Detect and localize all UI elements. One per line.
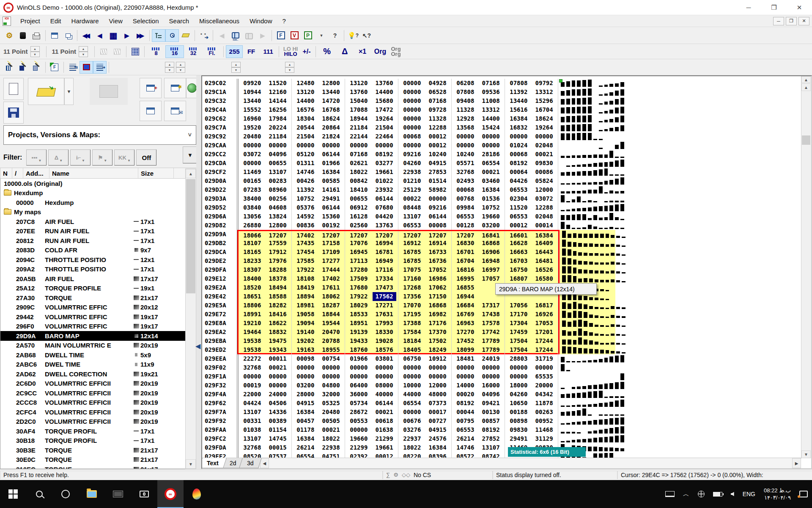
hex-cell[interactable]: 28000 (294, 390, 317, 399)
hex-cell[interactable]: 16830 (453, 239, 477, 248)
hex-cell[interactable]: 08960 (266, 185, 290, 194)
hex-cell[interactable]: 26214 (453, 434, 477, 443)
hex-cell[interactable]: 11468 (532, 425, 556, 434)
spin-down-icon[interactable]: ▼ (285, 67, 294, 73)
hex-cell[interactable]: 00021 (479, 168, 503, 177)
hex-cell[interactable]: 04426 (507, 177, 530, 185)
hex-cell[interactable]: 06208 (453, 79, 477, 88)
hex-cell[interactable]: 00000 (266, 141, 290, 150)
hex-cell[interactable]: 02048 (532, 212, 556, 221)
hex-cell[interactable]: 06554 (400, 399, 424, 408)
hex-cell[interactable]: 18029 (347, 301, 370, 310)
hex-cell[interactable]: 17356 (400, 292, 424, 301)
hex-cell[interactable]: 18249 (426, 345, 450, 354)
hex-cell[interactable]: 09421 (479, 399, 503, 408)
new-project-button[interactable] (3, 78, 24, 100)
hex-cell[interactable]: 13107 (240, 434, 264, 443)
hex-cell[interactable]: 24576 (426, 434, 450, 443)
info-filter-button[interactable]: i⌐▼ (70, 149, 91, 166)
table-row[interactable]: 29D9ABARO MAP12x14 (0, 331, 186, 341)
hex-cell[interactable]: 02560 (347, 221, 370, 230)
hex-cell[interactable]: 16868 (479, 239, 503, 248)
hex-cell[interactable]: 10752 (294, 194, 317, 203)
hex-cell[interactable]: 00000 (507, 132, 530, 141)
hex-cell[interactable]: 17317 (479, 301, 503, 310)
hex-cell[interactable]: 16868 (426, 301, 450, 310)
hex-cell[interactable]: 18378 (266, 274, 290, 283)
table-row[interactable]: 2094CTHROTTLE POSITIO12x1 (0, 255, 186, 265)
hex-cell[interactable]: 16733 (426, 248, 450, 257)
hex-cell[interactable]: 06553 (453, 425, 477, 434)
hex-cell[interactable]: 16914 (426, 239, 450, 248)
hex-cell[interactable]: 09408 (453, 97, 477, 105)
vscroll-split-handle[interactable]: ▲ (801, 76, 811, 83)
battery-button[interactable] (709, 492, 727, 497)
hex-cell[interactable]: 18955 (319, 345, 343, 354)
delta-filter-button[interactable]: Δ▼ (48, 149, 69, 166)
percent-button[interactable]: % (318, 45, 336, 58)
format-ff-button[interactable]: FF (243, 45, 260, 58)
hex-cell[interactable]: 00331 (240, 417, 264, 425)
vscroll-up-icon[interactable]: ▲ (801, 83, 811, 91)
hex-cell[interactable]: 00000 (479, 132, 503, 141)
hex-cell[interactable]: 13120 (347, 79, 370, 88)
hex-cell[interactable]: 14746 (453, 443, 477, 452)
taskbar-keyboard-app-button[interactable] (105, 480, 131, 508)
hex-cell[interactable]: 09792 (532, 79, 556, 88)
hex-cell[interactable]: 17271 (373, 301, 396, 310)
hex-cell[interactable]: 17444 (319, 265, 343, 274)
hex-cell[interactable]: 06144 (319, 150, 343, 159)
zoom-search-button[interactable] (165, 29, 179, 42)
hex-cell[interactable]: 19163 (294, 345, 317, 354)
hex-cell[interactable]: 15360 (319, 212, 343, 221)
hex-cell[interactable]: 00000 (319, 141, 343, 150)
hex-cell[interactable]: 00000 (294, 141, 317, 150)
hex-cell[interactable]: 22938 (319, 443, 343, 452)
hex-cell[interactable]: 21299 (373, 434, 396, 443)
hex-cell[interactable]: 19538 (240, 337, 264, 345)
hex-cell[interactable]: 22938 (400, 168, 424, 177)
taskbar-camera-button[interactable] (131, 480, 157, 508)
hex-cell[interactable]: 17680 (347, 283, 370, 292)
hex-cell[interactable]: 00842 (347, 177, 370, 185)
hex-cell[interactable]: 17559 (266, 239, 290, 248)
hex-cell[interactable]: 10240 (453, 150, 477, 159)
hex-cell[interactable]: 18894 (294, 292, 317, 301)
hex-cell[interactable]: 16443 (532, 248, 556, 257)
hex-cell[interactable]: 23932 (373, 185, 396, 194)
menu-item-edit[interactable]: Edit (45, 16, 66, 26)
hex-cell[interactable]: 14161 (319, 185, 343, 194)
frame-P-button[interactable]: P (301, 29, 315, 42)
hex-cell[interactable]: 04096 (479, 390, 503, 399)
font-size-spinner-2-stepper[interactable]: ▲▼ (79, 46, 88, 57)
hex-cell[interactable]: 17502 (426, 337, 450, 345)
hex-cell[interactable]: 17056 (507, 301, 530, 310)
table-row[interactable]: 2083DCOLD AFR9x7 (0, 246, 186, 255)
hex-cell[interactable]: 18022 (400, 443, 424, 452)
hex-cell[interactable]: 04608 (266, 203, 290, 212)
hex-cell[interactable]: 00000 (453, 141, 477, 150)
mdi-minimize-button[interactable]: ─ (773, 17, 784, 25)
hex-cell[interactable]: 09216 (400, 150, 424, 159)
hex-cell[interactable]: 13120 (294, 88, 317, 97)
hex-cell[interactable]: 00021 (266, 363, 290, 372)
scroll-up-icon[interactable]: ▲ (186, 169, 196, 178)
binoculars-ioi-button[interactable]: IOIl.. (229, 29, 242, 42)
hex-cell[interactable]: 16926 (532, 310, 556, 319)
hex-cell[interactable]: 13824 (266, 212, 290, 221)
hex-cell[interactable]: 16384 (507, 114, 530, 123)
hex-cell[interactable]: 13440 (319, 88, 343, 97)
hex-cell[interactable]: 20544 (294, 123, 317, 132)
spin-up-icon[interactable]: ▲ (165, 62, 174, 67)
hex-cell[interactable]: 00000 (400, 88, 424, 97)
hex-cell[interactable]: 12800 (266, 221, 290, 230)
hex-cell[interactable]: 06553 (453, 212, 477, 221)
hex-cell[interactable]: 00068 (400, 132, 424, 141)
filter-off-button[interactable]: Off (136, 149, 156, 166)
hex-cell[interactable]: 08192 (479, 425, 503, 434)
hex-cell[interactable]: 13107 (400, 212, 424, 221)
hex-cell[interactable]: 18806 (240, 301, 264, 310)
hex-cell[interactable]: 20788 (319, 337, 343, 345)
hex-cell[interactable]: 17438 (479, 310, 503, 319)
hex-cell[interactable]: 18576 (373, 345, 396, 354)
